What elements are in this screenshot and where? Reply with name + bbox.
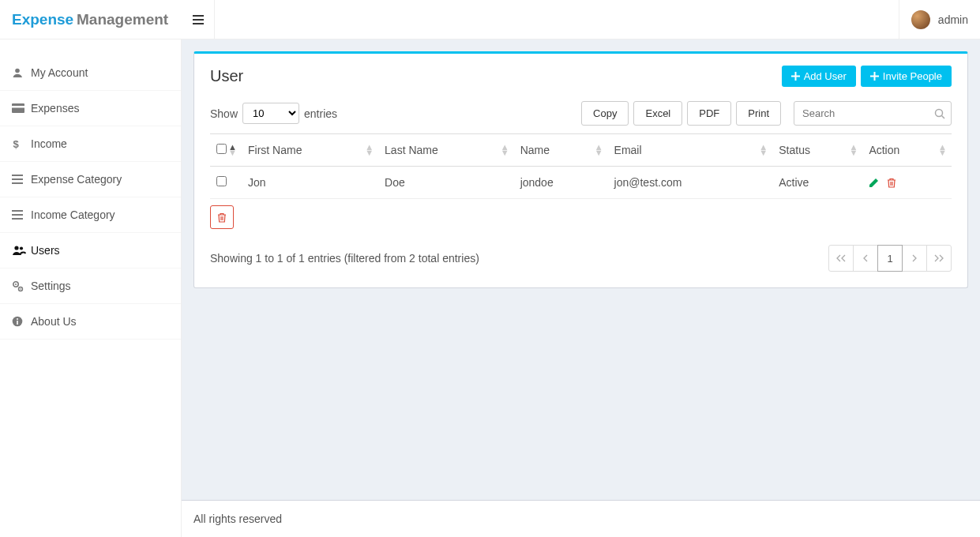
add-user-label: Add User <box>804 70 847 82</box>
export-print-button[interactable]: Print <box>736 101 781 126</box>
svg-rect-1 <box>12 103 24 113</box>
sort-icon: ▲▼ <box>595 145 603 156</box>
invite-people-label: Invite People <box>883 70 942 82</box>
row-checkbox[interactable] <box>216 176 227 186</box>
sidebar-item-label: My Account <box>31 66 88 79</box>
svg-point-11 <box>17 318 18 320</box>
panel-actions: Add User Invite People <box>782 66 952 87</box>
plus-icon <box>791 72 800 81</box>
table-row: JonDoejondoejon@test.comActive <box>210 167 952 199</box>
sidebar-item-income-category[interactable]: Income Category <box>0 197 181 233</box>
search-wrap <box>794 101 952 126</box>
sidebar-item-users[interactable]: Users <box>0 233 181 268</box>
users-icon <box>12 245 31 256</box>
sidebar-item-settings[interactable]: Settings <box>0 268 181 304</box>
dollar-icon: $ <box>12 138 31 149</box>
invite-people-button[interactable]: Invite People <box>861 66 952 87</box>
sidebar-item-label: Settings <box>31 280 71 292</box>
topbar-right: admin <box>182 0 980 39</box>
page-next-button[interactable] <box>902 245 927 272</box>
col-last-name[interactable]: Last Name▲▼ <box>378 134 514 167</box>
logo[interactable]: Expense Management <box>0 0 182 39</box>
cell-status: Active <box>772 167 862 199</box>
sidebar-item-label: Expenses <box>31 102 79 115</box>
col-checkbox: ▲▼ <box>210 134 242 167</box>
page-length-select[interactable]: 102550100 <box>242 103 299 124</box>
export-excel-button[interactable]: Excel <box>633 101 682 126</box>
svg-text:$: $ <box>13 138 19 149</box>
sort-icon: ▲▼ <box>850 145 858 156</box>
sidebar-nav: My AccountExpenses$IncomeExpense Categor… <box>0 39 181 340</box>
svg-point-0 <box>15 69 20 73</box>
sidebar-toggle-button[interactable] <box>182 0 215 39</box>
sidebar-item-label: About Us <box>31 315 77 328</box>
list-icon <box>12 175 31 184</box>
chevron-left-icon <box>862 254 869 262</box>
svg-rect-2 <box>12 106 24 108</box>
bars-icon <box>193 14 204 25</box>
col-status[interactable]: Status▲▼ <box>772 134 862 167</box>
delete-button[interactable] <box>887 178 896 188</box>
cell-email: jon@test.com <box>608 167 773 199</box>
length-suffix: entries <box>304 107 337 120</box>
header-label: Name <box>520 144 550 156</box>
edit-button[interactable] <box>869 178 879 188</box>
cell-first-name: Jon <box>242 167 378 199</box>
user-menu[interactable]: admin <box>899 0 980 39</box>
col-email[interactable]: Email▲▼ <box>608 134 773 167</box>
sidebar-item-label: Users <box>31 244 60 257</box>
sidebar-item-label: Income <box>31 137 67 150</box>
pencil-icon <box>869 178 879 188</box>
export-copy-button[interactable]: Copy <box>581 101 629 126</box>
cogs-icon <box>12 280 31 292</box>
export-pdf-button[interactable]: PDF <box>687 101 731 126</box>
plus-icon <box>870 72 879 81</box>
select-all-checkbox[interactable] <box>216 144 227 154</box>
sort-icon: ▲▼ <box>365 145 374 156</box>
bulk-delete-button[interactable] <box>210 205 234 229</box>
table-controls: Show 102550100 entries Copy Excel PDF Pr… <box>210 101 952 126</box>
trash-icon <box>217 212 227 223</box>
header-label: First Name <box>248 144 302 156</box>
svg-rect-12 <box>17 321 18 325</box>
chevrons-right-icon <box>934 254 944 262</box>
credit-icon <box>12 103 31 113</box>
content: User Add User Invite People Show 1025501… <box>182 0 980 498</box>
sidebar-item-expenses[interactable]: Expenses <box>0 91 181 126</box>
panel-header: User Add User Invite People <box>210 66 952 87</box>
page-prev-button[interactable] <box>853 245 878 272</box>
page-last-button[interactable] <box>926 245 952 272</box>
col-action[interactable]: Action▲▼ <box>862 134 952 167</box>
page-number-button[interactable]: 1 <box>877 245 903 272</box>
logo-part-a: Expense <box>12 11 73 28</box>
list-icon <box>12 210 31 220</box>
sort-icon: ▲▼ <box>228 145 237 156</box>
avatar <box>911 10 930 29</box>
username-label: admin <box>938 13 968 26</box>
trash-icon <box>887 178 896 188</box>
pagination: 1 <box>828 245 952 272</box>
sidebar-item-expense-category[interactable]: Expense Category <box>0 162 181 197</box>
topbar: Expense Management admin <box>0 0 980 39</box>
sidebar-item-about-us[interactable]: About Us <box>0 304 181 340</box>
length-prefix: Show <box>210 107 238 120</box>
sidebar: My AccountExpenses$IncomeExpense Categor… <box>0 39 182 498</box>
sort-icon: ▲▼ <box>938 145 947 156</box>
col-first-name[interactable]: First Name▲▼ <box>242 134 378 167</box>
sidebar-item-my-account[interactable]: My Account <box>0 55 181 91</box>
col-name[interactable]: Name▲▼ <box>514 134 608 167</box>
logo-part-b: Management <box>77 11 168 28</box>
table-footer: Showing 1 to 1 of 1 entries (filtered fr… <box>210 245 952 272</box>
sort-icon: ▲▼ <box>759 145 768 156</box>
header-label: Email <box>614 144 642 156</box>
add-user-button[interactable]: Add User <box>782 66 856 87</box>
users-panel: User Add User Invite People Show 1025501… <box>193 51 968 288</box>
search-input[interactable] <box>794 101 952 126</box>
table-body: JonDoejondoejon@test.comActive <box>210 167 952 199</box>
sidebar-item-income[interactable]: $Income <box>0 126 181 162</box>
svg-point-7 <box>15 284 17 285</box>
sidebar-item-label: Expense Category <box>31 173 122 186</box>
sort-icon: ▲▼ <box>501 145 509 156</box>
page-first-button[interactable] <box>828 245 854 272</box>
user-icon <box>12 67 31 78</box>
